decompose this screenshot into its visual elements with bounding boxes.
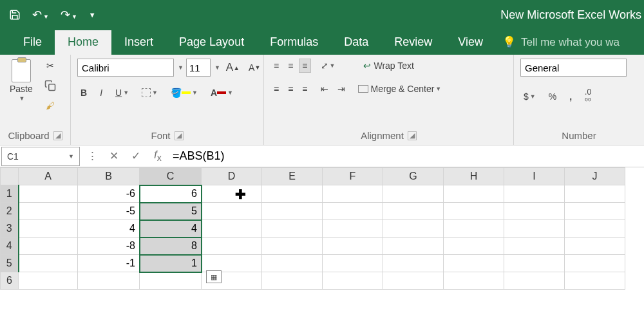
cell-I3[interactable] bbox=[504, 220, 565, 238]
cell-C2[interactable]: 5 bbox=[140, 203, 202, 220]
align-right-button[interactable]: ≡ bbox=[299, 82, 310, 96]
undo-icon[interactable]: ↶▼ bbox=[32, 8, 49, 22]
wrap-text-button[interactable]: ↩ Wrap Text bbox=[360, 59, 417, 73]
cell-E5[interactable] bbox=[262, 255, 323, 272]
cell-C5[interactable]: 1 bbox=[140, 255, 202, 272]
cell-C6[interactable] bbox=[140, 272, 202, 290]
chevron-down-icon[interactable]: ▼ bbox=[214, 64, 220, 71]
save-icon[interactable] bbox=[9, 9, 21, 21]
fx-button[interactable]: fx bbox=[147, 149, 169, 163]
col-header-H[interactable]: H bbox=[444, 168, 504, 185]
cell-G2[interactable] bbox=[383, 203, 444, 220]
cell-H3[interactable] bbox=[444, 220, 504, 238]
cell-H6[interactable] bbox=[444, 272, 504, 290]
border-button[interactable]: ▼ bbox=[138, 86, 161, 99]
increase-decimal-button[interactable]: .0⁰⁰ bbox=[582, 86, 594, 107]
row-header-6[interactable]: 6 bbox=[1, 272, 19, 290]
tab-home[interactable]: Home bbox=[55, 30, 111, 55]
alignment-launcher[interactable]: ◢ bbox=[408, 131, 417, 140]
col-header-D[interactable]: D bbox=[202, 168, 262, 185]
align-center-button[interactable]: ≡ bbox=[285, 82, 296, 96]
col-header-J[interactable]: J bbox=[565, 168, 625, 185]
underline-button[interactable]: U▼ bbox=[112, 86, 132, 100]
increase-indent-button[interactable]: ⇥ bbox=[334, 82, 348, 96]
cell-D1[interactable] bbox=[202, 185, 262, 203]
decrease-indent-button[interactable]: ⇤ bbox=[317, 82, 332, 96]
cell-A1[interactable] bbox=[19, 185, 78, 203]
cell-D2[interactable] bbox=[202, 203, 262, 220]
cell-A3[interactable] bbox=[19, 220, 78, 238]
cell-G3[interactable] bbox=[383, 220, 444, 238]
align-top-button[interactable]: ≡ bbox=[270, 59, 282, 73]
cell-B6[interactable] bbox=[78, 272, 140, 290]
cell-G5[interactable] bbox=[383, 255, 444, 272]
cell-H1[interactable] bbox=[444, 185, 504, 203]
cell-C1[interactable]: 6 bbox=[140, 185, 202, 203]
align-middle-button[interactable]: ≡ bbox=[285, 59, 296, 73]
cell-E2[interactable] bbox=[262, 203, 323, 220]
enter-formula-button[interactable]: ✓ bbox=[125, 149, 147, 163]
cell-F6[interactable] bbox=[323, 272, 383, 290]
orientation-button[interactable]: ⤢▼ bbox=[317, 59, 339, 73]
cell-D5[interactable] bbox=[202, 255, 262, 272]
format-painter-button[interactable]: 🖌 bbox=[41, 98, 59, 113]
tab-file[interactable]: File bbox=[10, 30, 55, 55]
cell-D3[interactable] bbox=[202, 220, 262, 238]
name-box[interactable]: C1 ▼ bbox=[1, 147, 80, 166]
cell-J2[interactable] bbox=[565, 203, 625, 220]
font-name-combo[interactable] bbox=[77, 59, 174, 77]
cell-J3[interactable] bbox=[565, 220, 625, 238]
cell-A6[interactable] bbox=[19, 272, 78, 290]
row-header-4[interactable]: 4 bbox=[1, 238, 19, 255]
cell-F2[interactable] bbox=[323, 203, 383, 220]
cell-I2[interactable] bbox=[504, 203, 565, 220]
cell-A4[interactable] bbox=[19, 238, 78, 255]
cell-J5[interactable] bbox=[565, 255, 625, 272]
cell-J4[interactable] bbox=[565, 238, 625, 255]
cell-B5[interactable]: -1 bbox=[78, 255, 140, 272]
formula-input[interactable] bbox=[169, 147, 644, 166]
cell-E6[interactable] bbox=[262, 272, 323, 290]
cell-H5[interactable] bbox=[444, 255, 504, 272]
redo-icon[interactable]: ↷▼ bbox=[61, 8, 77, 22]
cell-I1[interactable] bbox=[504, 185, 565, 203]
increase-font-button[interactable]: A▲ bbox=[223, 59, 243, 76]
chevron-down-icon[interactable]: ▼ bbox=[68, 153, 74, 160]
cell-E3[interactable] bbox=[262, 220, 323, 238]
align-bottom-button[interactable]: ≡ bbox=[299, 59, 310, 73]
cell-B1[interactable]: -6 bbox=[78, 185, 140, 203]
cell-B3[interactable]: 4 bbox=[78, 220, 140, 238]
decrease-font-button[interactable]: A▼ bbox=[245, 61, 263, 75]
clipboard-launcher[interactable]: ◢ bbox=[53, 131, 62, 140]
col-header-A[interactable]: A bbox=[19, 168, 78, 185]
accounting-format-button[interactable]: $▼ bbox=[520, 89, 539, 104]
spreadsheet-grid[interactable]: A B C D E F G H I J 1 -6 6 2 -5 5 3 4 4 … bbox=[0, 167, 644, 290]
bold-button[interactable]: B bbox=[77, 86, 90, 100]
tab-review[interactable]: Review bbox=[381, 30, 445, 55]
cell-C4[interactable]: 8 bbox=[140, 238, 202, 255]
col-header-C[interactable]: C bbox=[140, 168, 202, 185]
cut-button[interactable]: ✂ bbox=[41, 59, 59, 73]
row-header-3[interactable]: 3 bbox=[1, 220, 19, 238]
copy-button[interactable] bbox=[41, 78, 59, 93]
tab-formulas[interactable]: Formulas bbox=[257, 30, 331, 55]
tab-insert[interactable]: Insert bbox=[111, 30, 166, 55]
tell-me-search[interactable]: 💡 Tell me what you wa bbox=[502, 35, 620, 55]
tab-data[interactable]: Data bbox=[331, 30, 381, 55]
cancel-formula-button[interactable]: ✕ bbox=[103, 149, 125, 163]
cell-A5[interactable] bbox=[19, 255, 78, 272]
cell-G1[interactable] bbox=[383, 185, 444, 203]
font-size-combo[interactable] bbox=[186, 59, 211, 77]
font-color-button[interactable]: A▼ bbox=[207, 86, 236, 100]
fill-color-button[interactable]: 🪣▼ bbox=[167, 86, 201, 100]
cell-E1[interactable] bbox=[262, 185, 323, 203]
number-format-combo[interactable] bbox=[520, 59, 627, 77]
col-header-B[interactable]: B bbox=[78, 168, 140, 185]
font-launcher[interactable]: ◢ bbox=[175, 131, 184, 140]
col-header-E[interactable]: E bbox=[262, 168, 323, 185]
chevron-down-icon[interactable]: ▼ bbox=[178, 64, 184, 71]
cell-J6[interactable] bbox=[565, 272, 625, 290]
tab-page-layout[interactable]: Page Layout bbox=[166, 30, 257, 55]
cell-C3[interactable]: 4 bbox=[140, 220, 202, 238]
italic-button[interactable]: I bbox=[97, 86, 106, 100]
